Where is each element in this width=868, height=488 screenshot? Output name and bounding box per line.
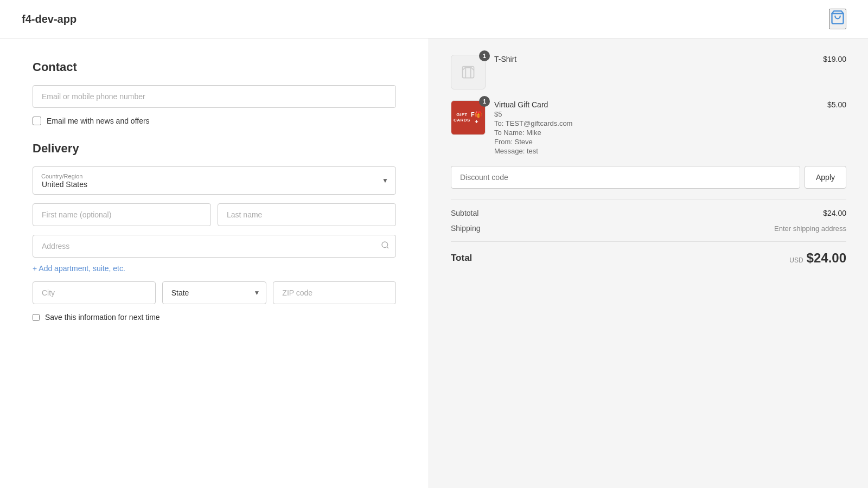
tshirt-name: T-Shirt — [494, 55, 814, 63]
total-row: Total USD $24.00 — [451, 251, 846, 266]
first-name-input[interactable] — [33, 203, 211, 226]
delivery-title: Delivery — [33, 142, 396, 156]
giftcard-image-wrapper: GIFTCARDS F🎁+ 1 — [451, 100, 486, 135]
giftcard-badge: 1 — [479, 96, 490, 107]
header: f4-dev-app — [0, 0, 868, 38]
giftcard-details: Virtual Gift Card $5 To: TEST@giftcards.… — [494, 100, 819, 155]
total-label: Total — [451, 253, 472, 264]
state-select-wrapper: State Alabama Alaska Arizona California … — [162, 281, 267, 304]
email-checkbox[interactable] — [33, 117, 41, 125]
giftcard-name: Virtual Gift Card — [494, 100, 819, 109]
tshirt-image-wrapper: 1 — [451, 55, 486, 89]
state-select[interactable]: State Alabama Alaska Arizona California … — [162, 281, 267, 304]
subtotal-value: $24.00 — [823, 209, 846, 217]
giftcard-amount: $5 — [494, 110, 819, 118]
address-search-button[interactable] — [381, 241, 390, 252]
giftcard-to-email: To: TEST@giftcards.com — [494, 119, 819, 127]
cart-button[interactable] — [829, 9, 846, 29]
country-label: Country/Region — [33, 166, 91, 179]
name-row — [33, 203, 396, 226]
contact-section: Contact Email me with news and offers — [33, 60, 396, 125]
country-field-wrapper: Country/Region United States Canada Unit… — [33, 166, 396, 195]
total-value: $24.00 — [807, 251, 846, 266]
tshirt-details: T-Shirt — [494, 55, 814, 63]
shipping-label: Shipping — [451, 224, 481, 233]
giftcard-price: $5.00 — [827, 100, 846, 109]
main-layout: Contact Email me with news and offers De… — [0, 38, 868, 488]
email-input[interactable] — [33, 85, 396, 108]
save-info-label: Save this information for next time — [45, 313, 160, 322]
giftcard-to-name: To Name: Mike — [494, 129, 819, 137]
order-item-giftcard: GIFTCARDS F🎁+ 1 Virtual Gift Card $5 To:… — [451, 100, 846, 155]
add-apartment-link[interactable]: + Add apartment, suite, etc. — [33, 264, 125, 273]
tshirt-badge: 1 — [479, 50, 490, 61]
tshirt-image — [451, 55, 486, 89]
email-checkbox-row: Email me with news and offers — [33, 117, 396, 125]
svg-point-1 — [382, 242, 388, 248]
summary-divider — [451, 200, 846, 200]
save-info-checkbox[interactable] — [33, 314, 40, 321]
total-currency: USD — [789, 256, 803, 264]
right-panel: 1 T-Shirt $19.00 GIFTCARDS F🎁+ 1 Virtual… — [429, 38, 868, 488]
total-divider — [451, 241, 846, 242]
save-info-row: Save this information for next time — [33, 313, 396, 322]
email-group — [33, 85, 396, 108]
giftcard-from-name: From: Steve — [494, 138, 819, 146]
address-wrapper — [33, 235, 396, 258]
last-name-input[interactable] — [218, 203, 396, 226]
city-state-zip-row: State Alabama Alaska Arizona California … — [33, 281, 396, 304]
shipping-row: Shipping Enter shipping address — [451, 224, 846, 233]
svg-line-2 — [387, 247, 388, 248]
shipping-value: Enter shipping address — [774, 224, 846, 233]
address-input[interactable] — [33, 235, 396, 258]
left-panel: Contact Email me with news and offers De… — [0, 38, 429, 488]
email-checkbox-label: Email me with news and offers — [47, 117, 150, 125]
city-input[interactable] — [33, 281, 156, 304]
giftcard-message: Message: test — [494, 147, 819, 155]
order-item-tshirt: 1 T-Shirt $19.00 — [451, 55, 846, 89]
subtotal-row: Subtotal $24.00 — [451, 209, 846, 217]
tshirt-price: $19.00 — [823, 55, 846, 63]
apply-button[interactable]: Apply — [805, 166, 846, 189]
total-value-wrapper: USD $24.00 — [789, 251, 846, 266]
discount-row: Apply — [451, 166, 846, 189]
zip-input[interactable] — [273, 281, 396, 304]
subtotal-label: Subtotal — [451, 209, 478, 217]
discount-code-input[interactable] — [451, 166, 800, 189]
giftcard-image: GIFTCARDS F🎁+ — [451, 100, 486, 135]
app-title: f4-dev-app — [22, 13, 76, 25]
delivery-section: Delivery Country/Region United States Ca… — [33, 142, 396, 322]
contact-title: Contact — [33, 60, 396, 74]
